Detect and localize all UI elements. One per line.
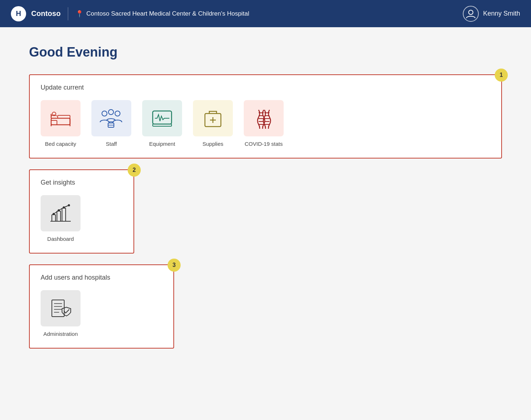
svg-rect-29 — [52, 215, 55, 221]
user-name: Kenny Smith — [483, 10, 520, 17]
user-avatar — [463, 6, 479, 22]
section-add-users: 3 Add users and hospitals — [29, 264, 174, 349]
brand-name: Contoso — [31, 9, 61, 18]
badge-3: 3 — [168, 259, 181, 272]
supplies-icon-box — [193, 100, 233, 136]
svg-rect-31 — [62, 208, 66, 221]
get-insights-grid: Dashboard — [41, 195, 123, 242]
section-1-title: Update current — [41, 84, 490, 91]
add-users-grid: Administration — [41, 290, 162, 337]
covid19-item[interactable]: COVID-19 stats — [244, 100, 284, 147]
svg-rect-15 — [153, 124, 172, 126]
bed-capacity-item[interactable]: Bed capacity — [41, 100, 81, 147]
dashboard-item[interactable]: Dashboard — [41, 195, 81, 242]
bed-capacity-icon-box — [41, 100, 81, 136]
svg-point-11 — [108, 110, 114, 115]
svg-point-9 — [102, 111, 107, 116]
main-content: Good Evening 1 Update current — [0, 27, 531, 420]
covid19-icon-box — [244, 100, 284, 136]
location-icon: 📍 — [75, 10, 83, 18]
section-update-current: 1 Update current — [29, 74, 502, 158]
svg-point-35 — [68, 204, 70, 206]
dashboard-label: Dashboard — [47, 236, 74, 242]
administration-item[interactable]: Administration — [41, 290, 81, 337]
update-current-grid: Bed capacity — [41, 100, 490, 147]
svg-point-0 — [469, 10, 473, 15]
staff-item[interactable]: Staff — [91, 100, 131, 147]
section-get-insights: 2 Get insights — [29, 169, 134, 254]
header: H Contoso 📍 Contoso Sacred Heart Medical… — [0, 0, 531, 27]
svg-point-33 — [58, 209, 60, 211]
location-label: 📍 Contoso Sacred Heart Medical Center & … — [75, 10, 463, 18]
bed-capacity-label: Bed capacity — [45, 141, 76, 147]
administration-label: Administration — [43, 331, 78, 337]
badge-2: 2 — [128, 164, 141, 177]
staff-icon-box — [91, 100, 131, 136]
svg-rect-30 — [57, 211, 61, 221]
header-divider — [68, 7, 68, 20]
supplies-label: Supplies — [202, 141, 223, 147]
supplies-item[interactable]: Supplies — [193, 100, 233, 147]
dashboard-icon-box — [41, 195, 81, 231]
covid19-label: COVID-19 stats — [244, 141, 283, 147]
staff-label: Staff — [106, 141, 117, 147]
equipment-icon-box — [142, 100, 182, 136]
badge-1: 1 — [495, 69, 508, 82]
administration-icon-box — [41, 290, 81, 326]
equipment-item[interactable]: Equipment — [142, 100, 182, 147]
logo-badge: H — [11, 6, 26, 21]
user-info[interactable]: Kenny Smith — [463, 6, 520, 22]
svg-rect-2 — [51, 120, 57, 125]
svg-point-10 — [115, 111, 120, 116]
equipment-label: Equipment — [149, 141, 175, 147]
svg-point-34 — [63, 206, 65, 209]
svg-rect-1 — [51, 118, 70, 125]
section-2-title: Get insights — [41, 179, 123, 186]
svg-point-32 — [53, 213, 55, 215]
greeting-heading: Good Evening — [29, 45, 502, 60]
section-3-title: Add users and hospitals — [41, 274, 162, 281]
